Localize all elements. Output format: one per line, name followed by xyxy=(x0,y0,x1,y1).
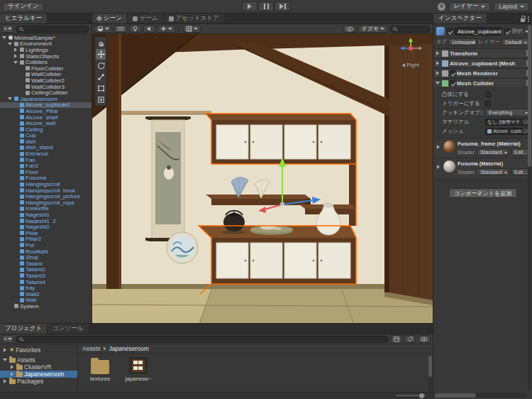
hierarchy-item[interactable]: Cup xyxy=(0,133,92,139)
effects-dropdown[interactable] xyxy=(157,25,175,33)
hierarchy-item[interactable]: Ceiling xyxy=(0,126,92,133)
signin-button[interactable]: サインイン xyxy=(3,2,44,11)
hierarchy-item[interactable]: MinimalSample* xyxy=(0,35,92,41)
breadcrumb-current[interactable]: Japaneseroom xyxy=(109,345,149,352)
step-button[interactable] xyxy=(275,1,290,11)
hierarchy-item[interactable]: Alcove_wall xyxy=(0,120,92,126)
project-favorites-row[interactable]: ★ Favorites xyxy=(0,346,77,354)
hierarchy-item[interactable]: WallCollider3 xyxy=(0,84,92,90)
hierarchy-item[interactable]: Wall2 xyxy=(0,291,92,297)
expand-arrow-icon[interactable] xyxy=(9,364,15,370)
move-tool-button[interactable] xyxy=(96,49,106,60)
static-checkbox[interactable] xyxy=(504,28,510,34)
hidden-packages-button[interactable] xyxy=(418,335,431,343)
component-header-mesh-filter[interactable]: Alcove_cupboard (Mesh xyxy=(433,58,532,68)
active-checkbox[interactable] xyxy=(447,28,453,34)
scene-viewport[interactable]: Right xyxy=(92,34,433,323)
expand-arrow-icon[interactable] xyxy=(7,41,13,47)
gameobject-name-field[interactable]: Alcove_cupboard xyxy=(455,27,502,35)
search-by-label-button[interactable] xyxy=(404,335,416,343)
expand-arrow-icon[interactable] xyxy=(2,378,8,384)
hierarchy-item[interactable]: Alcove_shelf xyxy=(0,114,92,121)
hierarchy-item[interactable]: Tatami xyxy=(0,261,92,267)
object-picker-icon[interactable] xyxy=(523,119,528,124)
hierarchy-item[interactable]: CeilingCollider xyxy=(0,89,92,96)
hierarchy-search-input[interactable] xyxy=(16,26,89,33)
asset-item-japaneseroom[interactable]: japanese~ xyxy=(123,357,153,382)
tab-console[interactable]: コンソール xyxy=(48,324,89,334)
hierarchy-item[interactable]: Japaneseroom xyxy=(0,96,92,102)
create-object-button[interactable] xyxy=(2,25,13,33)
hierarchy-item[interactable]: Tatami2 xyxy=(0,267,92,273)
transform-tool-button[interactable] xyxy=(96,94,106,105)
expand-arrow-icon[interactable] xyxy=(2,347,8,353)
hierarchy-item[interactable]: WallCollider xyxy=(0,72,92,78)
object-picker-icon[interactable] xyxy=(523,129,528,133)
tab-game[interactable]: ゲーム xyxy=(128,13,164,23)
hierarchy-item[interactable]: tray xyxy=(0,285,92,291)
tab-scene[interactable]: シーン xyxy=(92,13,128,23)
material-block-fusuma-frame[interactable]: Fusuma_frame (Material) Shader Standard … xyxy=(433,138,532,158)
expand-arrow-icon[interactable] xyxy=(1,35,7,40)
hierarchy-item[interactable]: Hangingscroll xyxy=(0,181,92,187)
search-by-type-button[interactable] xyxy=(391,335,402,343)
project-tree-packages[interactable]: Packages xyxy=(0,378,77,385)
project-vertical-scrollbar[interactable] xyxy=(428,356,432,395)
hierarchy-item[interactable]: Hangingscroll_hook xyxy=(0,187,92,194)
asset-item-textures[interactable]: textures xyxy=(85,357,115,382)
hierarchy-item[interactable]: Ironkettle xyxy=(0,206,92,212)
decorative-plate[interactable] xyxy=(167,232,198,263)
expand-arrow-icon[interactable] xyxy=(9,371,15,377)
hierarchy-item[interactable]: Alcove_Pillar xyxy=(0,108,92,114)
rotate-tool-button[interactable] xyxy=(96,60,106,71)
hierarchy-item[interactable]: Shoji xyxy=(0,254,92,261)
hierarchy-item[interactable]: System xyxy=(0,303,92,310)
hierarchy-item[interactable]: Lightings xyxy=(0,47,92,53)
hierarchy-item[interactable]: Nageshi2 xyxy=(0,224,92,230)
visibility-toggle-button[interactable] xyxy=(343,25,356,33)
tag-dropdown[interactable]: Untagged xyxy=(448,38,477,45)
expand-arrow-icon[interactable] xyxy=(436,144,441,150)
shader-dropdown[interactable]: Standard xyxy=(477,148,509,155)
hierarchy-item[interactable]: Alcove_cupboard xyxy=(0,102,92,109)
inspector-vertical-scrollbar[interactable] xyxy=(528,25,531,390)
project-search-input[interactable] xyxy=(16,336,389,343)
account-icon[interactable] xyxy=(438,3,445,11)
hand-tool-button[interactable] xyxy=(96,38,106,48)
lock-icon[interactable] xyxy=(521,18,525,22)
hierarchy-item[interactable]: Colliders xyxy=(0,59,92,65)
project-tree-clustervr[interactable]: ClusterVR xyxy=(0,364,77,371)
expand-arrow-icon[interactable] xyxy=(435,50,440,56)
is-trigger-checkbox[interactable] xyxy=(485,101,491,106)
hierarchy-item[interactable]: Pillar2 xyxy=(0,236,92,243)
hierarchy-item[interactable]: Nageshi1_2 xyxy=(0,218,92,224)
add-component-button[interactable]: コンポーネントを追加 xyxy=(449,188,517,198)
component-enabled-checkbox[interactable] xyxy=(450,80,455,86)
tab-asset-store[interactable]: アセットストア xyxy=(164,13,225,23)
toggle-2d-button[interactable]: 2D xyxy=(114,25,127,33)
component-header-mesh-renderer[interactable]: Mesh Renderer xyxy=(433,68,532,78)
scrollbar-thumb[interactable] xyxy=(435,393,476,398)
material-block-fusuma[interactable]: Fusuma (Material) Shader Standard Edit..… xyxy=(433,158,532,177)
layers-dropdown[interactable]: レイヤー xyxy=(449,2,491,11)
shader-dropdown[interactable]: Standard xyxy=(477,168,509,175)
scrollbar-thumb[interactable] xyxy=(428,356,432,377)
view-orientation-label[interactable]: Right xyxy=(394,62,427,68)
expand-arrow-icon[interactable] xyxy=(435,70,440,76)
menu-kebab-icon[interactable] xyxy=(528,18,529,20)
hierarchy-item[interactable]: Nageshi1 xyxy=(0,212,92,218)
scale-tool-button[interactable] xyxy=(96,72,106,82)
tab-hierarchy[interactable]: ヒエラルキー xyxy=(0,13,48,23)
hierarchy-item[interactable]: Pillar xyxy=(0,230,92,236)
scene-lighting-button[interactable] xyxy=(129,25,141,33)
expand-arrow-icon[interactable] xyxy=(435,60,440,66)
icon-size-slider[interactable] xyxy=(396,395,426,396)
hierarchy-item[interactable]: Hangingscroll_picture xyxy=(0,193,92,200)
hierarchy-item[interactable]: Entrance xyxy=(0,151,92,157)
expand-arrow-icon[interactable] xyxy=(435,80,440,86)
hierarchy-item[interactable]: StaticObjects xyxy=(0,53,92,60)
tab-project[interactable]: プロジェクト xyxy=(0,324,48,334)
grid-settings-dropdown[interactable] xyxy=(183,25,201,33)
tab-inspector[interactable]: インスペクター xyxy=(433,13,487,23)
layout-dropdown[interactable]: Layout xyxy=(494,2,529,11)
